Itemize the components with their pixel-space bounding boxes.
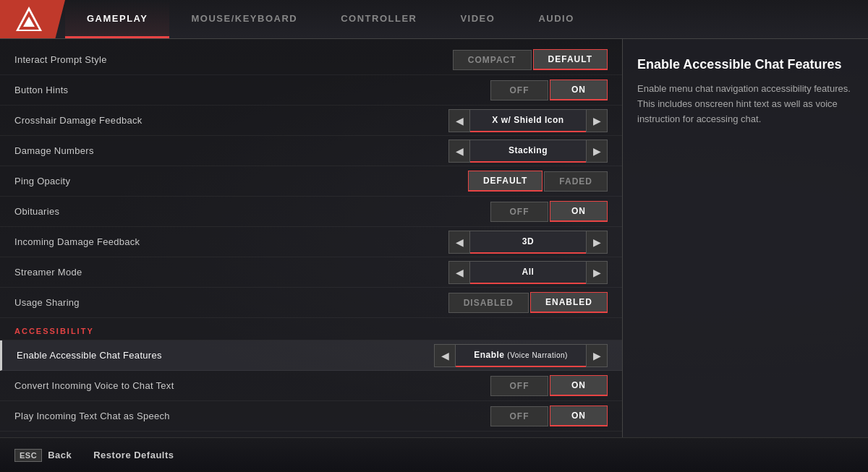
obituaries-control: Off On — [490, 201, 608, 222]
btn-disabled[interactable]: Disabled — [448, 293, 529, 313]
tab-video[interactable]: VIDEO — [438, 0, 516, 38]
btn-off[interactable]: Off — [490, 406, 548, 426]
arrow-right-btn[interactable]: ▶ — [586, 231, 608, 254]
incoming-damage-control: ◀ 3D ▶ — [448, 231, 608, 254]
setting-label: Convert Incoming Voice to Chat Text — [14, 380, 490, 391]
setting-label: Obituaries — [14, 206, 490, 217]
arrow-right-btn[interactable]: ▶ — [586, 109, 608, 132]
main-content: Interact Prompt Style Compact Default Bu… — [0, 39, 868, 437]
arrow-right-btn[interactable]: ▶ — [586, 344, 608, 367]
setting-label: Damage Numbers — [14, 145, 448, 156]
usage-sharing-control: Disabled Enabled — [448, 292, 608, 313]
header: GAMEPLAY MOUSE/KEYBOARD CONTROLLER VIDEO… — [0, 0, 868, 39]
restore-defaults-label: Restore Defaults — [93, 450, 174, 460]
convert-voice-control: Off On — [490, 375, 608, 396]
btn-default[interactable]: Default — [468, 171, 542, 192]
button-hints-control: Off On — [490, 80, 608, 100]
setting-label: Crosshair Damage Feedback — [14, 115, 448, 126]
tab-gameplay[interactable]: GAMEPLAY — [65, 0, 169, 38]
btn-enabled[interactable]: Enabled — [530, 292, 608, 313]
accessible-chat-value: Enable (Voice Narration) — [456, 344, 586, 367]
setting-label: Play Incoming Text Chat as Speech — [14, 411, 490, 421]
btn-on[interactable]: On — [550, 375, 608, 396]
damage-numbers-control: ◀ Stacking ▶ — [448, 140, 608, 163]
btn-off[interactable]: Off — [490, 202, 548, 222]
apex-logo — [13, 4, 45, 35]
setting-damage-numbers: Damage Numbers ◀ Stacking ▶ — [0, 136, 622, 166]
setting-ping-opacity: Ping Opacity Default Faded — [0, 166, 622, 197]
setting-interact-prompt-style: Interact Prompt Style Compact Default — [0, 45, 622, 75]
arrow-left-btn[interactable]: ◀ — [434, 344, 456, 367]
setting-label: Enable Accessible Chat Features — [17, 350, 434, 361]
restore-defaults-button[interactable]: Restore Defaults — [93, 450, 174, 460]
setting-label: Streamer Mode — [14, 267, 448, 278]
setting-usage-sharing: Usage Sharing Disabled Enabled — [0, 288, 622, 318]
setting-label: Ping Opacity — [14, 176, 468, 186]
ping-opacity-control: Default Faded — [468, 171, 608, 192]
btn-off[interactable]: Off — [490, 376, 548, 396]
arrow-left-btn[interactable]: ◀ — [448, 261, 470, 284]
setting-button-hints: Button Hints Off On — [0, 75, 622, 106]
setting-label: Usage Sharing — [14, 297, 448, 308]
streamer-mode-value: All — [470, 261, 586, 284]
setting-obituaries: Obituaries Off On — [0, 197, 622, 227]
nav-tabs: GAMEPLAY MOUSE/KEYBOARD CONTROLLER VIDEO… — [65, 0, 868, 38]
tab-controller[interactable]: CONTROLLER — [319, 0, 438, 38]
btn-off[interactable]: Off — [490, 80, 548, 100]
btn-default[interactable]: Default — [533, 49, 608, 70]
crosshair-damage-value: X w/ Shield Icon — [470, 109, 586, 132]
crosshair-damage-control: ◀ X w/ Shield Icon ▶ — [448, 109, 608, 132]
setting-convert-incoming-voice: Convert Incoming Voice to Chat Text Off … — [0, 371, 622, 401]
interact-prompt-control: Compact Default — [453, 49, 608, 70]
arrow-left-btn[interactable]: ◀ — [448, 231, 470, 254]
info-description: Enable menu chat navigation accessibilit… — [637, 82, 854, 126]
tab-audio[interactable]: AUDIO — [516, 0, 595, 38]
btn-on[interactable]: On — [550, 406, 608, 426]
arrow-right-btn[interactable]: ▶ — [586, 140, 608, 163]
setting-crosshair-damage-feedback: Crosshair Damage Feedback ◀ X w/ Shield … — [0, 106, 622, 136]
arrow-right-btn[interactable]: ▶ — [586, 261, 608, 284]
setting-play-incoming-text: Play Incoming Text Chat as Speech Off On — [0, 401, 622, 432]
btn-faded[interactable]: Faded — [544, 171, 608, 192]
back-label: Back — [48, 450, 72, 460]
settings-panel: Interact Prompt Style Compact Default Bu… — [0, 39, 622, 437]
setting-enable-accessible-chat: Enable Accessible Chat Features ◀ Enable… — [0, 340, 622, 371]
btn-compact[interactable]: Compact — [453, 50, 532, 70]
esc-key: ESC — [14, 449, 42, 462]
app-container: GAMEPLAY MOUSE/KEYBOARD CONTROLLER VIDEO… — [0, 0, 868, 472]
btn-on[interactable]: On — [550, 201, 608, 222]
info-panel: Enable Accessible Chat Features Enable m… — [622, 39, 868, 437]
footer: ESC Back Restore Defaults — [0, 437, 868, 472]
arrow-left-btn[interactable]: ◀ — [448, 109, 470, 132]
incoming-damage-value: 3D — [470, 231, 586, 254]
setting-streamer-mode: Streamer Mode ◀ All ▶ — [0, 257, 622, 288]
section-header-accessibility: ACCESSIBILITY — [0, 318, 622, 340]
logo-area — [0, 0, 65, 38]
setting-label: Incoming Damage Feedback — [14, 236, 448, 247]
tab-mouse-keyboard[interactable]: MOUSE/KEYBOARD — [169, 0, 319, 38]
back-button[interactable]: ESC Back — [14, 449, 72, 462]
setting-label: Button Hints — [14, 85, 490, 95]
info-title: Enable Accessible Chat Features — [637, 56, 854, 73]
setting-incoming-damage-feedback: Incoming Damage Feedback ◀ 3D ▶ — [0, 227, 622, 257]
arrow-left-btn[interactable]: ◀ — [448, 140, 470, 163]
play-text-control: Off On — [490, 406, 608, 426]
setting-label: Interact Prompt Style — [14, 54, 453, 65]
streamer-mode-control: ◀ All ▶ — [448, 261, 608, 284]
btn-on[interactable]: On — [550, 80, 608, 100]
damage-numbers-value: Stacking — [470, 140, 586, 163]
accessible-chat-control: ◀ Enable (Voice Narration) ▶ — [434, 344, 608, 367]
